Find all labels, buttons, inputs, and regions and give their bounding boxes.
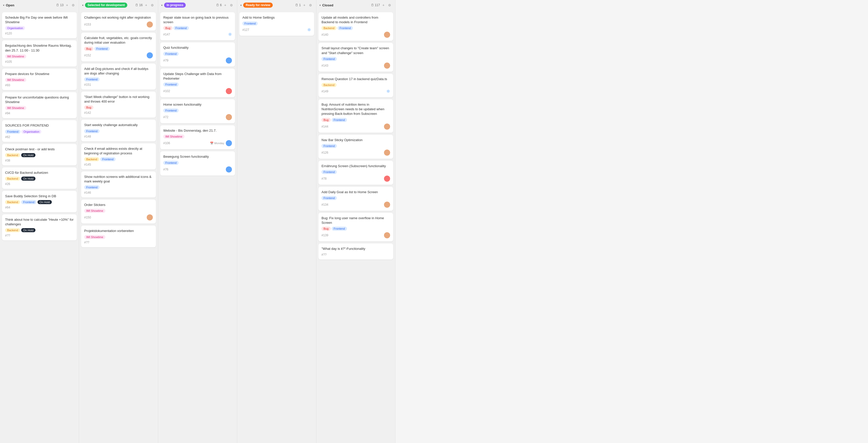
card[interactable]: CI/CD für Backend aufsetzen BackendOn Ho… — [2, 167, 77, 189]
card-tag: Bug — [84, 105, 93, 109]
count-number: 117 — [375, 3, 380, 7]
card[interactable]: Show nutrition screens with additional i… — [81, 171, 156, 197]
card-tag: On Hold — [21, 153, 35, 157]
card[interactable]: Quiz functionality Frontend #79 — [160, 42, 235, 66]
card-number: #126 — [321, 151, 329, 154]
card[interactable]: Add all Dog pictures and check if all bu… — [81, 64, 156, 90]
card-footer: #152 — [84, 52, 153, 58]
card[interactable]: Bug: Fix long user name overflow in Home… — [318, 213, 393, 242]
add-button[interactable]: + — [144, 3, 148, 8]
card[interactable]: Prepare devices for Showtime IMI Showtim… — [2, 69, 77, 90]
column-chevron[interactable]: ▾ — [319, 4, 321, 7]
card-footer: #72 — [163, 114, 232, 120]
card[interactable]: Bug: Amount of nutrition items in Nutrit… — [318, 99, 393, 133]
card-title: Add all Dog pictures and check if all bu… — [84, 67, 153, 76]
card-footer: #151 — [84, 83, 153, 87]
card-tags: IMI Showtime — [5, 106, 74, 110]
card[interactable]: Nav Bar Sticky Optimization Frontend #12… — [318, 135, 393, 159]
gear-icon[interactable]: ⚙ — [308, 3, 313, 8]
card[interactable]: "What day is it?"-Functionality #?? — [318, 244, 393, 259]
card[interactable]: Home screen functionality Frontend #72 — [160, 99, 235, 123]
card[interactable]: Think about how to calculate "Heute +10%… — [2, 214, 77, 241]
card[interactable]: Update Steps Challenge with Data from Pe… — [160, 69, 235, 97]
gear-icon[interactable]: ⚙ — [229, 3, 234, 8]
card-tag: IMI Showtime — [163, 134, 184, 138]
card-tag: Frontend — [332, 118, 347, 122]
card[interactable]: Repair state issue on going back to prev… — [160, 12, 235, 40]
status-badge: Selected for development — [85, 3, 127, 8]
card-number: #144 — [321, 125, 329, 128]
column-inprogress: ▾ In progress 🗒 6 + ⚙ Repair state issue… — [158, 0, 237, 443]
count-badge: 🗒 16 — [135, 3, 143, 7]
avatar — [226, 57, 232, 64]
column-chevron[interactable]: ▾ — [3, 4, 4, 7]
card-tag: Bug — [84, 47, 93, 51]
card[interactable]: Check if email address exists directly a… — [81, 144, 156, 169]
card[interactable]: Check postman test - or add tests Backen… — [2, 144, 77, 165]
add-button[interactable]: + — [223, 3, 227, 8]
card[interactable]: SOURCES FOR FRONTEND FrontendOrganisatio… — [2, 120, 77, 141]
add-button[interactable]: + — [381, 3, 385, 8]
column-chevron[interactable]: ▾ — [82, 4, 84, 7]
gear-icon[interactable]: ⚙ — [150, 3, 155, 8]
card-number: #153 — [84, 23, 91, 26]
card-tag: IMI Showtime — [5, 78, 26, 82]
card-title: Add to Home Settings — [242, 15, 311, 20]
card[interactable]: Begutachtung des Showtime Raums Montag, … — [2, 40, 77, 66]
card[interactable]: Small layout changes to "Create team" sc… — [318, 43, 393, 71]
card-number: #145 — [84, 163, 91, 166]
column-closed: ▾ Closed 🗒 117 + ⚙ Update all models and… — [316, 0, 396, 443]
card[interactable]: Remove Question 17 in backend quizData.t… — [318, 74, 393, 97]
card-number: #62 — [5, 135, 10, 139]
count-number: 16 — [139, 3, 143, 7]
column-chevron[interactable]: ▾ — [161, 4, 162, 7]
card[interactable]: Add Daily Goal as list to Home Screen Fr… — [318, 187, 393, 211]
column-header: ▾ Closed 🗒 117 + ⚙ — [316, 0, 395, 10]
card-tags: BackendOn Hold — [5, 228, 74, 232]
card[interactable]: Website - Bis Donnerstag, den 21.7. IMI … — [160, 125, 235, 149]
card-number: #?? — [5, 234, 10, 237]
card[interactable]: "Start Week challenge" button is not wor… — [81, 92, 156, 118]
gear-icon[interactable]: ⚙ — [387, 3, 392, 8]
card-tag: Frontend — [100, 157, 116, 161]
card[interactable]: Ernährung Screen (Subscreen) functionali… — [318, 161, 393, 185]
card[interactable]: Calculate fruit, vegetables, etc. goals … — [81, 33, 156, 61]
card-number: #38 — [5, 159, 10, 162]
card-title: Prepare for uncomfortable questions duri… — [5, 95, 74, 104]
gear-icon[interactable]: ⚙ — [71, 3, 76, 8]
cards-container: Schedule Big Fix Day one week before IMI… — [0, 10, 79, 243]
card[interactable]: Prepare for uncomfortable questions duri… — [2, 92, 77, 118]
card-number: #134 — [321, 203, 329, 207]
card-tags: Frontend — [321, 196, 390, 200]
card[interactable]: Save Buddy Selection String in DB Backen… — [2, 191, 77, 212]
card-tag: Frontend — [321, 196, 337, 200]
card-footer: #126 — [321, 150, 390, 156]
card-number: #120 — [5, 32, 12, 35]
card-title: Begutachtung des Showtime Raums Montag, … — [5, 43, 74, 53]
card[interactable]: Projektdokumentation vorbereiten IMI Sho… — [81, 226, 156, 247]
add-button[interactable]: + — [65, 3, 69, 8]
count-number: 13 — [60, 3, 63, 7]
card[interactable]: Update all models and controllers from B… — [318, 12, 393, 41]
card-number: #72 — [163, 115, 168, 119]
card-footer: #140 — [321, 32, 390, 38]
card[interactable]: Order Stickers IMI Showtime #150 — [81, 199, 156, 224]
card-tags: Frontend — [321, 57, 390, 61]
card-number: #102 — [163, 89, 170, 93]
card-tags: Frontend — [163, 83, 232, 87]
card[interactable]: Schedule Big Fix Day one week before IMI… — [2, 12, 77, 38]
card-title: Check if email address exists directly a… — [84, 147, 153, 156]
cards-container: Repair state issue on going back to prev… — [158, 10, 237, 178]
card[interactable]: Add to Home Settings Frontend #127 ❄ — [239, 12, 314, 36]
card-tags: Frontend — [242, 22, 311, 26]
card-tags: IMI Showtime — [5, 78, 74, 82]
card-title: Quiz functionality — [163, 45, 232, 50]
avatar — [147, 22, 153, 28]
add-button[interactable]: + — [302, 3, 306, 8]
card[interactable]: Start weekly challenge automatically Fro… — [81, 120, 156, 141]
card[interactable]: Bewegung Screen functionality Frontend #… — [160, 151, 235, 175]
card-title: "What day is it?"-Functionality — [321, 247, 390, 251]
card[interactable]: Challenges not working right after regis… — [81, 12, 156, 31]
card-title: Nav Bar Sticky Optimization — [321, 138, 390, 143]
column-chevron[interactable]: ▾ — [240, 4, 242, 7]
